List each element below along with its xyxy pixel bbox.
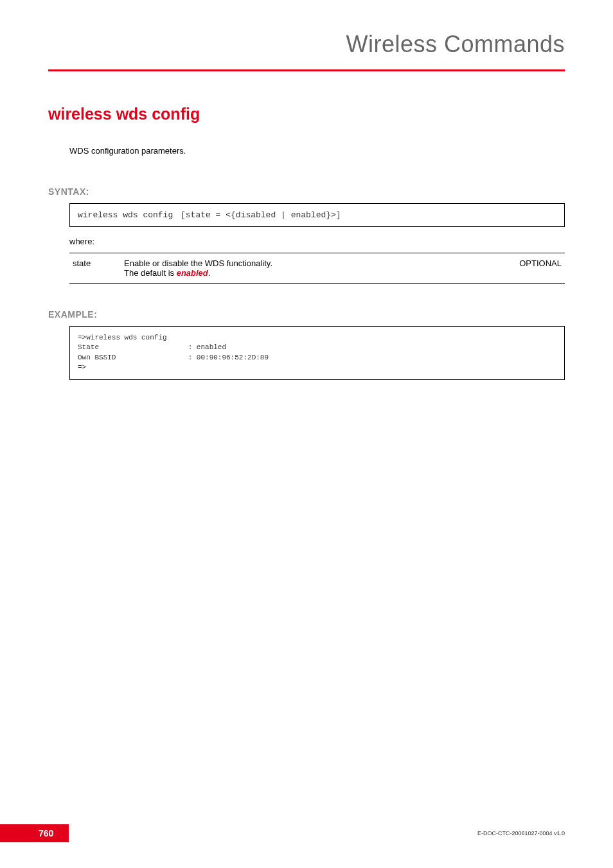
doc-id: E-DOC-CTC-20061027-0004 v1.0 <box>477 830 613 836</box>
param-desc-line2-prefix: The default is <box>124 268 177 278</box>
where-label: where: <box>69 237 565 246</box>
command-title: wireless wds config <box>48 105 565 123</box>
param-name: state <box>69 253 121 284</box>
example-box: =>wireless wds config State : enabled Ow… <box>69 326 565 380</box>
table-row: state Enable or disable the WDS function… <box>69 253 565 284</box>
param-desc-line1: Enable or disable the WDS functionality. <box>124 258 272 268</box>
example-line1: =>wireless wds config <box>78 334 167 341</box>
syntax-command: wireless wds config <box>78 210 181 220</box>
page-number: 760 <box>0 824 69 842</box>
example-line3: Own BSSID : 00:90:96:52:2D:89 <box>78 354 269 361</box>
page-footer: 760 E-DOC-CTC-20061027-0004 v1.0 <box>0 824 613 842</box>
page-header-title: Wireless Commands <box>48 31 565 58</box>
example-line2: State : enabled <box>78 343 226 351</box>
syntax-args: [state = <{disabled | enabled}>] <box>181 210 341 220</box>
param-desc-line2-suffix: . <box>208 268 211 278</box>
header-divider <box>48 69 565 71</box>
syntax-box: wireless wds config [state = <{disabled … <box>69 203 565 227</box>
param-table: state Enable or disable the WDS function… <box>69 253 565 284</box>
param-required: OPTIONAL <box>501 253 565 284</box>
syntax-label: SYNTAX: <box>48 186 565 197</box>
example-label: EXAMPLE: <box>48 309 565 320</box>
example-line4: => <box>78 363 86 371</box>
param-description: Enable or disable the WDS functionality.… <box>121 253 501 284</box>
param-default-value: enabled <box>177 268 208 278</box>
command-description: WDS configuration parameters. <box>69 146 565 156</box>
